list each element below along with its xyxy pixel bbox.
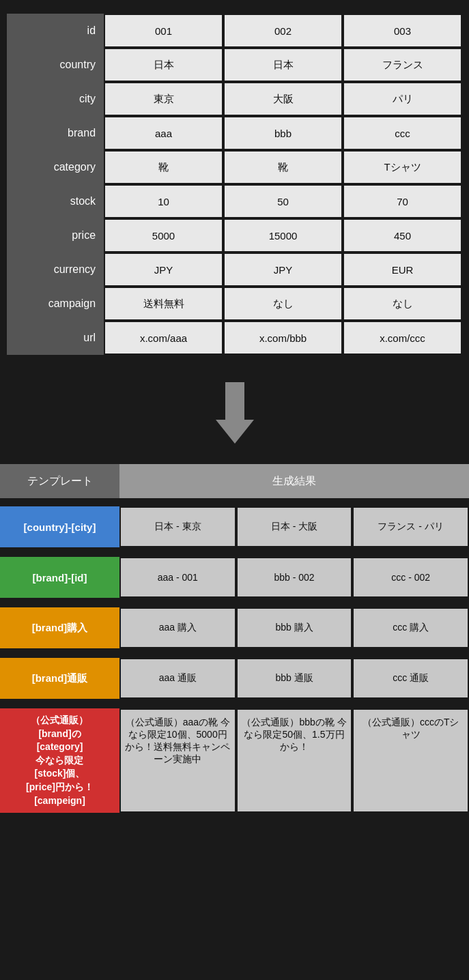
row-label: id bbox=[7, 14, 104, 48]
table-cell: EUR bbox=[343, 253, 462, 287]
result-cell: ccc 購入 bbox=[352, 607, 469, 648]
table-row: id001002003 bbox=[7, 14, 462, 48]
bottom-section: テンプレート 生成結果 [country]-[city]日本 - 東京日本 - … bbox=[0, 464, 469, 828]
top-section: id001002003country日本日本フランスcity東京大阪パリbran… bbox=[0, 0, 469, 362]
table-cell: x.com/aaa bbox=[104, 321, 223, 355]
table-cell: 50 bbox=[223, 184, 343, 218]
row-label: campaign bbox=[7, 287, 104, 321]
table-cell: 70 bbox=[343, 184, 462, 218]
table-cell: x.com/ccc bbox=[343, 321, 462, 355]
result-cell: aaa - 001 bbox=[119, 557, 236, 598]
result-cell: bbb 購入 bbox=[236, 607, 353, 648]
table-row: brandaaabbbccc bbox=[7, 116, 462, 150]
result-cell: フランス - パリ bbox=[352, 506, 469, 547]
table-cell: 日本 bbox=[223, 48, 343, 82]
gen-row: [country]-[city]日本 - 東京日本 - 大阪フランス - パリ bbox=[0, 506, 469, 547]
result-cell: ccc - 002 bbox=[352, 557, 469, 598]
template-cell: [brand]通販 bbox=[0, 658, 119, 699]
table-cell: 日本 bbox=[104, 48, 223, 82]
result-cell: （公式通販）aaaの靴 今なら限定10個、5000円から！送料無料キャンペーン実… bbox=[119, 708, 236, 813]
row-label: country bbox=[7, 48, 104, 82]
result-cell: 日本 - 大阪 bbox=[236, 506, 353, 547]
table-cell: JPY bbox=[104, 253, 223, 287]
gen-row-wrapper: [brand]購入aaa 購入bbb 購入ccc 購入 bbox=[0, 607, 469, 648]
row-label: price bbox=[7, 218, 104, 253]
gen-row: [brand]通販aaa 通販bbb 通販ccc 通販 bbox=[0, 658, 469, 699]
gen-row-wrapper: （公式通販） [brand]の [category] 今なら限定 [stock]… bbox=[0, 708, 469, 813]
template-header-label: テンプレート bbox=[0, 464, 119, 498]
row-label: stock bbox=[7, 184, 104, 218]
table-cell: 靴 bbox=[223, 150, 343, 184]
template-cell: （公式通販） [brand]の [category] 今なら限定 [stock]… bbox=[0, 708, 119, 813]
template-cell: [brand]-[id] bbox=[0, 557, 119, 598]
table-cell: ccc bbox=[343, 116, 462, 150]
table-cell: 001 bbox=[104, 14, 223, 48]
template-cell: [brand]購入 bbox=[0, 607, 119, 648]
row-label: currency bbox=[7, 253, 104, 287]
result-cell: ccc 通販 bbox=[352, 658, 469, 699]
table-cell: 送料無料 bbox=[104, 287, 223, 321]
row-label: brand bbox=[7, 116, 104, 150]
result-cell: （公式通販）cccのTシャツ bbox=[352, 708, 469, 813]
table-cell: なし bbox=[343, 287, 462, 321]
table-cell: 大阪 bbox=[223, 82, 343, 116]
table-cell: フランス bbox=[343, 48, 462, 82]
table-cell: 15000 bbox=[223, 218, 343, 253]
gen-row: （公式通販） [brand]の [category] 今なら限定 [stock]… bbox=[0, 708, 469, 813]
table-cell: aaa bbox=[104, 116, 223, 150]
gen-row: [brand]-[id]aaa - 001bbb - 002ccc - 002 bbox=[0, 557, 469, 598]
row-label: url bbox=[7, 321, 104, 355]
gen-row-wrapper: [country]-[city]日本 - 東京日本 - 大阪フランス - パリ bbox=[0, 506, 469, 547]
table-row: price500015000450 bbox=[7, 218, 462, 253]
table-row: campaign送料無料なしなし bbox=[7, 287, 462, 321]
gen-row: [brand]購入aaa 購入bbb 購入ccc 購入 bbox=[0, 607, 469, 648]
table-cell: bbb bbox=[223, 116, 343, 150]
table-cell: JPY bbox=[223, 253, 343, 287]
result-cell: （公式通販）bbbの靴 今なら限定50個、1.5万円から！ bbox=[236, 708, 353, 813]
table-row: city東京大阪パリ bbox=[7, 82, 462, 116]
table-cell: 東京 bbox=[104, 82, 223, 116]
table-row: stock105070 bbox=[7, 184, 462, 218]
table-cell: なし bbox=[223, 287, 343, 321]
gen-row-wrapper: [brand]-[id]aaa - 001bbb - 002ccc - 002 bbox=[0, 557, 469, 598]
result-cell: aaa 購入 bbox=[119, 607, 236, 648]
result-cell: 日本 - 東京 bbox=[119, 506, 236, 547]
gen-header: テンプレート 生成結果 bbox=[0, 464, 469, 498]
result-cell: bbb - 002 bbox=[236, 557, 353, 598]
table-row: currencyJPYJPYEUR bbox=[7, 253, 462, 287]
table-cell: Tシャツ bbox=[343, 150, 462, 184]
arrow-section bbox=[0, 362, 469, 464]
table-row: urlx.com/aaax.com/bbbx.com/ccc bbox=[7, 321, 462, 355]
table-cell: 5000 bbox=[104, 218, 223, 253]
result-cell: aaa 通販 bbox=[119, 658, 236, 699]
results-header-label: 生成結果 bbox=[119, 464, 469, 498]
table-cell: 靴 bbox=[104, 150, 223, 184]
table-cell: 002 bbox=[223, 14, 343, 48]
row-label: category bbox=[7, 150, 104, 184]
gen-row-wrapper: [brand]通販aaa 通販bbb 通販ccc 通販 bbox=[0, 658, 469, 699]
table-cell: 10 bbox=[104, 184, 223, 218]
table-row: country日本日本フランス bbox=[7, 48, 462, 82]
result-cell: bbb 通販 bbox=[236, 658, 353, 699]
table-row: category靴靴Tシャツ bbox=[7, 150, 462, 184]
table-cell: x.com/bbb bbox=[223, 321, 343, 355]
table-cell: 450 bbox=[343, 218, 462, 253]
data-table: id001002003country日本日本フランスcity東京大阪パリbran… bbox=[7, 14, 462, 355]
template-cell: [country]-[city] bbox=[0, 506, 119, 547]
arrow-down-icon bbox=[216, 382, 254, 444]
row-label: city bbox=[7, 82, 104, 116]
table-cell: パリ bbox=[343, 82, 462, 116]
table-cell: 003 bbox=[343, 14, 462, 48]
